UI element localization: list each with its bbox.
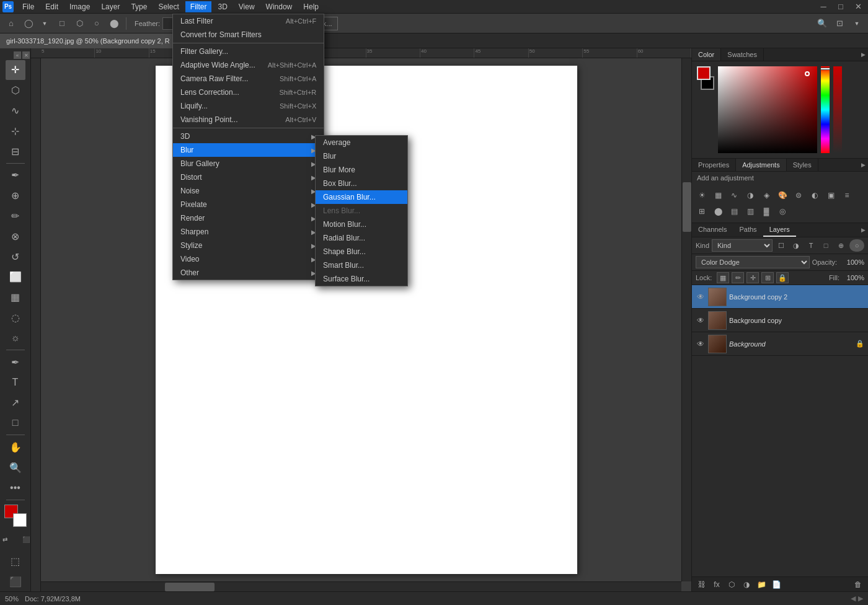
path-tool[interactable]: ↗ [6,393,25,413]
menu-help[interactable]: Help [298,1,324,12]
gradient-tool[interactable]: ▦ [6,288,25,307]
layer-item[interactable]: 👁 Background copy 2 [692,285,868,309]
tab-layers[interactable]: Layers [763,223,796,237]
link-layers-btn[interactable]: ⛓ [696,579,708,590]
filter-gallery[interactable]: Filter Gallery... [173,45,324,58]
search-btn[interactable]: 🔍 [815,16,830,31]
lasso2-tool[interactable]: ∿ [6,101,25,121]
layer-visibility-bg[interactable]: 👁 [696,340,706,348]
adj-vibrance-icon[interactable]: ◈ [759,188,774,203]
menu-image[interactable]: Image [64,1,95,12]
zoom-tool[interactable]: 🔍 [6,457,25,477]
lock-position-btn[interactable]: ✛ [746,272,759,283]
tab-channels[interactable]: Channels [692,223,733,237]
view-mode-btn[interactable]: ⊡ [832,16,847,31]
blur-more[interactable]: Blur More [316,163,407,177]
blur-radial[interactable]: Radial Blur... [316,231,407,245]
shape2[interactable]: ⬡ [72,16,87,31]
alpha-slider[interactable] [833,66,842,153]
menu-edit[interactable]: Edit [40,1,63,12]
filter-liquify[interactable]: Liquify... Shift+Ctrl+X [173,99,324,113]
document-tab[interactable]: girl-3033718_1920.jpg @ 50% (Background … [0,33,184,48]
blur-shape[interactable]: Shape Blur... [316,245,407,258]
switch-colors-btn[interactable]: ⇄ [0,530,15,550]
filter-vanishing-point[interactable]: Vanishing Point... Alt+Ctrl+V [173,113,324,126]
lock-transparent-btn[interactable]: ▦ [717,272,729,283]
tab-color[interactable]: Color [692,48,721,61]
stamp-tool[interactable]: ⊗ [6,226,25,246]
background-color[interactable] [13,513,27,527]
layer-visibility-bgcopy[interactable]: 👁 [696,316,706,325]
adj-brightness-icon[interactable]: ☀ [694,188,709,203]
filter-stylize[interactable]: Stylize ▶ [173,239,324,252]
menu-view[interactable]: View [234,1,260,12]
adj-levels-icon[interactable]: ▦ [711,188,725,203]
layer-item[interactable]: 👁 Background 🔒 [692,332,868,356]
minimize-btn[interactable]: ─ [816,0,831,14]
adj-curves-icon[interactable]: ∿ [727,188,742,203]
heal-tool[interactable]: ⊕ [6,186,25,206]
filter-adaptive-wide-angle[interactable]: Adaptive Wide Angle... Alt+Shift+Ctrl+A [173,58,324,72]
maximize-btn[interactable]: □ [833,0,848,14]
filter-distort[interactable]: Distort ▶ [173,170,324,184]
adj-photo-icon[interactable]: ▣ [823,188,838,203]
filter-lens-correction[interactable]: Lens Correction... Shift+Ctrl+R [173,86,324,99]
opacity-value[interactable]: 100% [839,258,864,266]
adj-gradientmap-icon[interactable]: ▓ [759,204,774,219]
filter-toggle-btn[interactable]: ○ [849,239,864,252]
filter-blur[interactable]: Blur ▶ [173,143,324,157]
add-style-btn[interactable]: fx [711,579,723,590]
tab-paths[interactable]: Paths [733,223,763,237]
shape4[interactable]: ⬤ [107,16,122,31]
filter-sharpen[interactable]: Sharpen ▶ [173,225,324,239]
scrollbar-vertical[interactable] [681,58,691,581]
blur-surface[interactable]: Surface Blur... [316,272,407,286]
layout-btn[interactable]: ▼ [849,16,864,31]
menu-file[interactable]: File [17,1,39,12]
menu-filter[interactable]: Filter [185,1,212,12]
filter-adj-btn[interactable]: ◑ [790,239,802,252]
adj-panel-menu[interactable]: ▶ [861,162,866,168]
tab-swatches[interactable]: Swatches [721,48,764,61]
hue-slider[interactable] [821,66,830,153]
menu-3d[interactable]: 3D [213,1,232,12]
fill-value[interactable]: 100% [842,274,864,281]
adj-threshold-icon[interactable]: ▥ [743,204,758,219]
adj-colorlookup-icon[interactable]: ⊞ [694,204,709,219]
color-swatches[interactable] [4,505,27,527]
lock-paint-btn[interactable]: ✏ [732,272,744,283]
add-mask-btn[interactable]: ⬡ [725,579,738,590]
adj-selective-icon[interactable]: ◎ [775,204,790,219]
layers-panel-menu[interactable]: ▶ [861,227,866,233]
layer-filter-select[interactable]: Kind [712,239,773,252]
adj-exposure-icon[interactable]: ◑ [743,188,758,203]
foreground-swatch[interactable] [697,66,711,80]
slice-tool[interactable]: ⊟ [6,141,25,161]
scrollbar-horizontal[interactable] [41,581,681,591]
menu-layer[interactable]: Layer [96,1,125,12]
filter-pixel-btn[interactable]: ☐ [775,239,787,252]
color-panel-menu[interactable]: ▶ [861,51,866,58]
layer-item[interactable]: 👁 Background copy [692,309,868,332]
shape3[interactable]: ○ [89,16,104,31]
blur-smart[interactable]: Smart Blur... [316,258,407,272]
adj-colorbalance-icon[interactable]: ⊜ [791,188,806,203]
tools-collapse-btn[interactable]: « [14,51,21,59]
menu-window[interactable]: Window [261,1,298,12]
crop-tool[interactable]: ⊹ [6,121,25,141]
adj-posterize-icon[interactable]: ▤ [727,204,742,219]
filter-other[interactable]: Other ▶ [173,266,324,280]
tab-properties[interactable]: Properties [692,159,736,171]
create-layer-btn[interactable]: 📄 [770,579,782,590]
more-tools[interactable]: ••• [6,478,25,498]
home-btn[interactable]: ⌂ [4,16,19,31]
filter-blur-gallery[interactable]: Blur Gallery ▶ [173,157,324,170]
tab-styles[interactable]: Styles [787,159,818,171]
filter-3d[interactable]: 3D ▶ [173,130,324,143]
blur-average[interactable]: Average [316,136,407,149]
scroll-arrow-left[interactable]: ◀ [851,594,856,603]
rect-shape[interactable]: □ [55,16,69,31]
delete-layer-btn[interactable]: 🗑 [852,579,864,590]
filter-camera-raw[interactable]: Camera Raw Filter... Shift+Ctrl+A [173,72,324,86]
menu-type[interactable]: Type [126,1,152,12]
